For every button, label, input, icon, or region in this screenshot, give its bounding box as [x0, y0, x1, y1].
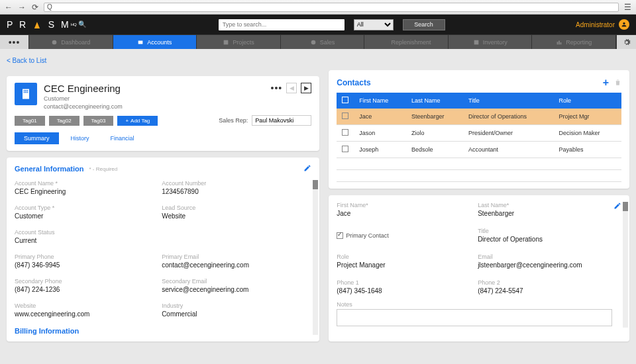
tab-accounts[interactable]: Accounts: [113, 35, 197, 49]
account-header-panel: CEC Engineering Customer contact@cecengi…: [7, 76, 319, 151]
tag-chip[interactable]: Tag02: [49, 116, 80, 126]
search-filter-select[interactable]: All: [354, 19, 394, 30]
sales-rep-input[interactable]: [252, 115, 311, 126]
svg-rect-2: [224, 40, 229, 44]
field-label: Lead Source: [162, 205, 302, 211]
back-to-list-link[interactable]: < Back to List: [7, 56, 319, 69]
nav-more-button[interactable]: •••: [0, 35, 29, 49]
scrollbar-track[interactable]: [623, 202, 628, 328]
field-value: (847) 346-9945: [15, 261, 155, 269]
global-search-input[interactable]: [219, 19, 344, 30]
tab-reporting[interactable]: Reporting: [532, 35, 616, 49]
section-title: General Information: [15, 165, 84, 173]
add-tag-button[interactable]: +Add Tag: [117, 116, 158, 126]
field-value: (847) 224-1236: [15, 286, 155, 293]
field-label: Account Number: [162, 180, 302, 187]
subtab-summary[interactable]: Summary: [15, 132, 59, 144]
svg-rect-14: [27, 92, 28, 93]
url-prefix: Q: [47, 3, 52, 11]
main-nav: ••• Dashboard Accounts Projects Sales Re…: [0, 34, 636, 49]
field-label: Account Type *: [15, 205, 155, 211]
svg-rect-4: [474, 40, 478, 44]
scrollbar-track[interactable]: [313, 180, 318, 335]
edit-icon[interactable]: [303, 164, 311, 173]
field-label: Notes: [337, 301, 612, 308]
field-value: (847) 345-1648: [337, 287, 471, 295]
field-label: Last Name*: [478, 202, 612, 208]
url-bar[interactable]: Q: [44, 3, 619, 12]
svg-rect-11: [27, 90, 28, 91]
account-more-icon[interactable]: •••: [271, 83, 283, 93]
account-email-line: contact@cecengineering.com: [44, 103, 123, 110]
sales-rep-label: Sales Rep:: [219, 117, 248, 124]
contacts-title: Contacts: [337, 78, 370, 87]
plus-icon: +: [125, 118, 129, 124]
reload-icon[interactable]: ⟳: [30, 3, 40, 12]
settings-button[interactable]: [616, 35, 636, 49]
field-label: Phone 1: [337, 279, 471, 286]
subtab-financial[interactable]: Financial: [101, 132, 144, 144]
scrollbar-thumb[interactable]: [623, 202, 628, 211]
avatar-icon: [619, 19, 629, 30]
contacts-panel: Contacts + First Name Last Name Title Ro…: [329, 70, 629, 189]
account-icon: [15, 83, 37, 105]
select-all-checkbox[interactable]: [342, 97, 348, 103]
field-value: Customer: [15, 212, 155, 220]
field-value: CEC Engineering: [15, 188, 155, 195]
tab-replenishment[interactable]: Replenishment: [364, 35, 449, 49]
table-row: [337, 158, 621, 170]
svg-rect-9: [24, 90, 25, 91]
field-value: www.cecengineering.com: [15, 310, 155, 318]
table-row[interactable]: JosephBedsoleAccountantPayables: [337, 142, 621, 158]
notes-textarea[interactable]: [337, 309, 612, 326]
general-info-panel: General Information * - Required Account…: [7, 158, 319, 341]
table-row[interactable]: JaceSteenbargerDirector of OperationsPro…: [337, 109, 621, 125]
search-button[interactable]: Search: [403, 19, 445, 30]
svg-point-0: [52, 40, 57, 44]
browser-chrome: ← → ⟳ Q ☰: [0, 0, 636, 15]
col-header[interactable]: Role: [554, 93, 621, 109]
tag-chip[interactable]: Tag03: [83, 116, 114, 126]
field-value: Website: [162, 212, 302, 220]
user-name: Administrator: [576, 21, 615, 28]
field-label: Primary Phone: [15, 253, 155, 260]
svg-rect-10: [25, 90, 26, 91]
field-label: Primary Email: [162, 253, 302, 260]
tag-chip[interactable]: Tag01: [15, 116, 45, 126]
required-note: * - Required: [89, 166, 118, 172]
field-value: service@cecengineering.com: [162, 286, 302, 293]
scrollbar-thumb[interactable]: [313, 180, 318, 189]
billing-section-title: Billing Information: [15, 327, 302, 335]
user-menu[interactable]: Administrator: [576, 19, 629, 30]
col-header[interactable]: Title: [463, 93, 554, 109]
tab-sales[interactable]: Sales: [281, 35, 365, 49]
svg-rect-7: [560, 42, 562, 44]
field-label: Website: [15, 302, 155, 309]
add-contact-button[interactable]: +: [603, 77, 609, 89]
row-checkbox[interactable]: [342, 129, 348, 136]
tab-dashboard[interactable]: Dashboard: [29, 35, 113, 49]
next-record-button[interactable]: ▶: [301, 83, 311, 93]
tab-projects[interactable]: Projects: [197, 35, 281, 49]
contact-detail-panel: First Name*Jace Last Name*Steenbarger Pr…: [329, 195, 629, 341]
delete-contact-button[interactable]: [614, 79, 621, 87]
row-checkbox[interactable]: [342, 146, 348, 152]
subtab-history[interactable]: History: [62, 132, 99, 144]
row-checkbox[interactable]: [342, 113, 348, 119]
field-label: First Name*: [337, 202, 471, 208]
svg-rect-1: [138, 40, 143, 44]
col-header[interactable]: Last Name: [406, 93, 463, 109]
tab-inventory[interactable]: Inventory: [449, 35, 533, 49]
field-value: 1234567890: [162, 188, 302, 195]
prev-record-button[interactable]: ◀: [286, 83, 297, 93]
forward-icon[interactable]: →: [17, 3, 26, 12]
search-icon: 🔍: [78, 21, 86, 28]
browser-menu-icon[interactable]: ☰: [623, 3, 632, 12]
field-value: jlsteenbarger@cecengineering.com: [478, 261, 612, 269]
back-icon[interactable]: ←: [4, 3, 13, 12]
field-value: Jace: [337, 210, 471, 217]
svg-rect-12: [24, 92, 25, 93]
table-row[interactable]: JasonZioloPresident/OwnerDecision Maker: [337, 125, 621, 142]
primary-contact-checkbox[interactable]: Primary Contact: [337, 228, 471, 243]
col-header[interactable]: First Name: [354, 93, 406, 109]
